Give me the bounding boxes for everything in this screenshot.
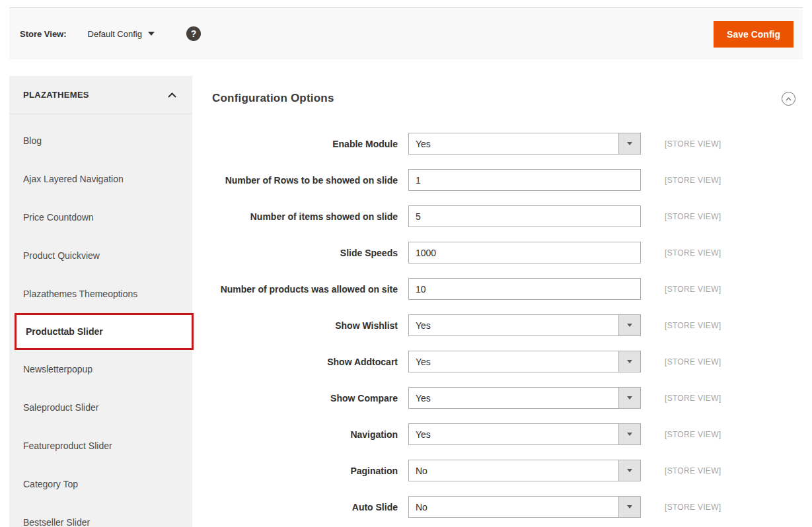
- chevron-down-icon: [627, 142, 632, 145]
- sidebar-item-label: Ajax Layered Navigation: [23, 174, 124, 184]
- field-label: Auto Slide: [212, 502, 398, 512]
- page-title: Configuration Options: [212, 92, 334, 105]
- sidebar-item-label: Category Top: [23, 479, 78, 489]
- field-label: Show Wishlist: [212, 320, 398, 331]
- show-addtocart-select[interactable]: Yes: [408, 351, 641, 372]
- sidebar-menu: Blog Ajax Layered Navigation Price Count…: [9, 114, 192, 527]
- chevron-down-icon: [627, 396, 632, 400]
- field-row-navigation: Navigation Yes [STORE VIEW]: [212, 416, 803, 452]
- navigation-select[interactable]: Yes: [408, 423, 641, 445]
- field-label: Enable Module: [212, 139, 398, 149]
- sidebar-item-label: Producttab Slider: [26, 326, 103, 337]
- sidebar-item-label: Blog: [23, 135, 42, 146]
- sidebar-item-producttab-slider[interactable]: Producttab Slider: [15, 313, 194, 350]
- select-arrow-button[interactable]: [618, 315, 640, 335]
- sidebar-item-featureproduct-slider[interactable]: Featureproduct Slider: [9, 427, 192, 465]
- number-of-rows-input[interactable]: [408, 169, 641, 191]
- store-scope-value: Default Config: [88, 29, 142, 39]
- scope-label: [STORE VIEW]: [665, 176, 721, 185]
- show-wishlist-select[interactable]: Yes: [408, 314, 641, 336]
- chevron-down-icon: [627, 469, 632, 472]
- page-actions-toolbar: Store View: Default Config ? Save Config: [9, 7, 803, 59]
- store-view-label: Store View:: [20, 29, 67, 39]
- select-value: No: [409, 502, 618, 512]
- field-row-enable-module: Enable Module Yes [STORE VIEW]: [212, 125, 803, 162]
- field-row-slide-speeds: Slide Speeds [STORE VIEW]: [212, 234, 803, 271]
- select-arrow-button[interactable]: [618, 460, 640, 481]
- sidebar-item-category-top[interactable]: Category Top: [9, 465, 192, 503]
- scope-label: [STORE VIEW]: [665, 139, 721, 149]
- field-label: Pagination: [212, 466, 398, 476]
- sidebar-item-product-quickview[interactable]: Product Quickview: [9, 236, 192, 275]
- section-collapse-button[interactable]: [782, 92, 795, 106]
- sidebar-item-saleproduct-slider[interactable]: Saleproduct Slider: [9, 388, 192, 427]
- scope-label: [STORE VIEW]: [665, 212, 721, 221]
- slide-speeds-input[interactable]: [408, 242, 641, 264]
- select-arrow-button[interactable]: [618, 351, 640, 372]
- field-label: Number of items showed on slide: [212, 211, 398, 222]
- sidebar-item-blog[interactable]: Blog: [9, 122, 192, 160]
- sidebar-item-label: Newsletterpopup: [23, 364, 92, 374]
- scope-label: [STORE VIEW]: [665, 248, 721, 258]
- field-label: Slide Speeds: [212, 248, 398, 258]
- field-row-show-compare: Show Compare Yes [STORE VIEW]: [212, 380, 803, 416]
- field-row-number-of-items: Number of items showed on slide [STORE V…: [212, 198, 803, 234]
- field-label: Number of products was allowed on site: [212, 284, 398, 295]
- auto-slide-select[interactable]: No: [408, 496, 641, 518]
- select-arrow-button[interactable]: [618, 133, 640, 154]
- sidebar-item-newsletterpopup[interactable]: Newsletterpopup: [9, 350, 192, 388]
- sidebar-item-label: Product Quickview: [23, 250, 100, 261]
- sidebar-section-plazathemes[interactable]: PLAZATHEMES: [9, 76, 192, 114]
- scope-label: [STORE VIEW]: [665, 357, 721, 367]
- chevron-down-icon: [627, 505, 632, 509]
- select-value: Yes: [409, 429, 618, 440]
- scope-label: [STORE VIEW]: [665, 430, 721, 439]
- chevron-down-icon: [627, 324, 632, 327]
- field-row-pagination: Pagination No [STORE VIEW]: [212, 452, 803, 489]
- config-form: Enable Module Yes [STORE VIEW] Number of…: [212, 125, 803, 525]
- pagination-select[interactable]: No: [408, 460, 641, 481]
- chevron-down-icon: [148, 32, 155, 36]
- field-row-number-of-products: Number of products was allowed on site […: [212, 271, 803, 307]
- select-arrow-button[interactable]: [618, 497, 640, 517]
- select-value: No: [409, 466, 618, 476]
- sidebar-item-label: Bestseller Slider: [23, 517, 90, 527]
- scope-label: [STORE VIEW]: [665, 285, 721, 294]
- field-label: Navigation: [212, 429, 398, 440]
- chevron-up-icon: [168, 92, 176, 98]
- field-row-show-wishlist: Show Wishlist Yes [STORE VIEW]: [212, 307, 803, 343]
- field-row-auto-slide: Auto Slide No [STORE VIEW]: [212, 489, 803, 525]
- field-label: Number of Rows to be showed on slide: [212, 175, 398, 186]
- save-config-button[interactable]: Save Config: [714, 21, 794, 48]
- chevron-down-icon: [627, 360, 632, 363]
- help-icon[interactable]: ?: [186, 26, 201, 41]
- sidebar-item-bestseller-slider[interactable]: Bestseller Slider: [9, 503, 192, 527]
- field-label: Show Compare: [212, 393, 398, 404]
- store-scope-switcher[interactable]: Default Config: [88, 29, 155, 39]
- sidebar-section-title: PLAZATHEMES: [23, 90, 89, 100]
- sidebar-item-plazathemes-themeoptions[interactable]: Plazathemes Themeoptions: [9, 275, 192, 313]
- sidebar-item-price-countdown[interactable]: Price Countdown: [9, 198, 192, 236]
- scope-label: [STORE VIEW]: [665, 394, 721, 403]
- scope-label: [STORE VIEW]: [665, 466, 721, 475]
- select-arrow-button[interactable]: [618, 424, 640, 444]
- number-of-items-input[interactable]: [408, 205, 641, 227]
- enable-module-select[interactable]: Yes: [408, 133, 641, 155]
- config-sidebar: PLAZATHEMES Blog Ajax Layered Navigation…: [9, 76, 192, 527]
- chevron-down-icon: [627, 433, 632, 436]
- show-compare-select[interactable]: Yes: [408, 387, 641, 409]
- chevron-up-icon: [786, 97, 792, 101]
- scope-label: [STORE VIEW]: [665, 321, 721, 330]
- select-arrow-button[interactable]: [618, 388, 640, 408]
- sidebar-item-label: Saleproduct Slider: [23, 402, 98, 413]
- select-value: Yes: [409, 139, 618, 149]
- sidebar-item-label: Plazathemes Themeoptions: [23, 289, 137, 299]
- select-value: Yes: [409, 393, 618, 404]
- number-of-products-input[interactable]: [408, 278, 641, 300]
- sidebar-item-label: Featureproduct Slider: [23, 440, 112, 451]
- sidebar-item-ajax-layered-navigation[interactable]: Ajax Layered Navigation: [9, 160, 192, 198]
- field-label: Show Addtocart: [212, 357, 398, 367]
- field-row-number-of-rows: Number of Rows to be showed on slide [ST…: [212, 162, 803, 198]
- field-row-show-addtocart: Show Addtocart Yes [STORE VIEW]: [212, 343, 803, 380]
- select-value: Yes: [409, 357, 618, 367]
